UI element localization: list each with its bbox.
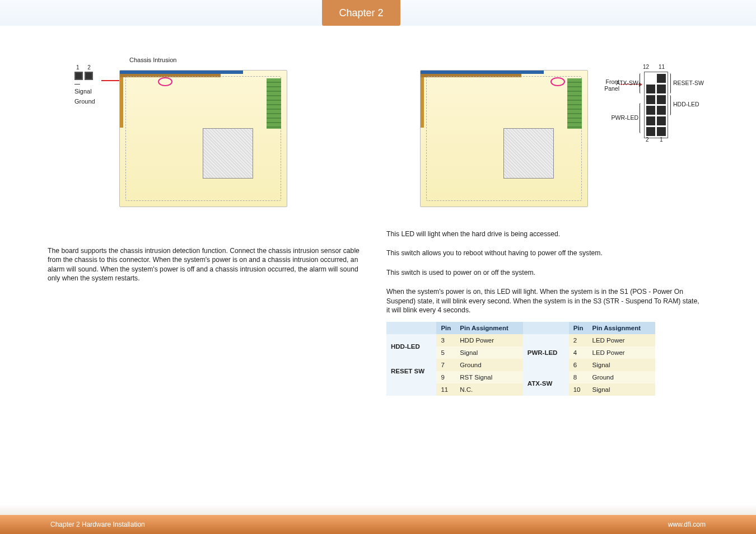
motherboard-diagram-left bbox=[119, 70, 287, 207]
cell: Signal bbox=[588, 359, 655, 371]
cell: RST Signal bbox=[455, 371, 522, 383]
grp-reset: RESET SW bbox=[386, 359, 436, 383]
chassis-pin-numbers: 1 2 bbox=[74, 64, 100, 71]
pin-assignment-table: Pin Pin Assignment Pin Pin Assignment HD… bbox=[386, 322, 655, 396]
cell: Signal bbox=[588, 383, 655, 396]
th-group-a bbox=[386, 322, 436, 334]
front-panel-header bbox=[644, 72, 668, 138]
cell: LED Power bbox=[588, 346, 655, 359]
fp-num-11: 11 bbox=[659, 64, 665, 70]
cell: 9 bbox=[436, 371, 455, 383]
fp-label-reset: RESET-SW bbox=[673, 79, 704, 86]
footer-url: www.dfi.com bbox=[668, 521, 706, 528]
chassis-pin1-label: Signal bbox=[74, 88, 100, 95]
grp-pwr: PWR-LED bbox=[523, 334, 569, 371]
cell: Ground bbox=[588, 371, 655, 383]
table-row: HDD-LED 3 HDD Power PWR-LED 2 LED Power bbox=[386, 334, 655, 346]
th-pin-a: Pin bbox=[436, 322, 455, 334]
th-pin-b: Pin bbox=[569, 322, 588, 334]
th-group-b bbox=[523, 322, 569, 334]
cell: Signal bbox=[455, 346, 522, 359]
chassis-pin-1 bbox=[74, 72, 83, 80]
cell: 10 bbox=[569, 383, 588, 396]
chassis-description: The board supports the chassis intrusion… bbox=[48, 246, 361, 283]
th-asg-a: Pin Assignment bbox=[455, 322, 522, 334]
chassis-callout-title: Chassis Intrusion bbox=[129, 57, 176, 63]
fp-num-1: 1 bbox=[660, 137, 663, 143]
chassis-pin-callout: 1 2 Signal Ground bbox=[74, 64, 100, 105]
table-row: RESET SW 7 Ground 6 Signal bbox=[386, 359, 655, 371]
cell: N.C. bbox=[455, 383, 522, 396]
grp-atx: ATX-SW bbox=[523, 371, 569, 396]
chassis-pin-2 bbox=[85, 72, 93, 80]
reset-sw-text: This switch allows you to reboot without… bbox=[386, 249, 700, 257]
cell: LED Power bbox=[588, 334, 655, 346]
fp-label-pwr: PWR-LED bbox=[610, 114, 638, 121]
footer-bar: Chapter 2 Hardware Installation www.dfi.… bbox=[0, 515, 756, 534]
cell: 4 bbox=[569, 346, 588, 359]
cell: 8 bbox=[569, 371, 588, 383]
cell: 2 bbox=[569, 334, 588, 346]
cell: 6 bbox=[569, 359, 588, 371]
cell: 5 bbox=[436, 346, 455, 359]
chassis-pin2-label: Ground bbox=[74, 98, 100, 105]
motherboard-diagram-right bbox=[420, 70, 588, 207]
fp-label-atx: ATX-SW bbox=[613, 79, 638, 86]
cell: HDD Power bbox=[455, 334, 522, 346]
pwr-led-text: When the system's power is on, this LED … bbox=[386, 287, 700, 315]
chapter-tab: Chapter 2 bbox=[322, 0, 400, 26]
atx-sw-text: This switch is used to power on or off t… bbox=[386, 268, 700, 277]
grp-hdd: HDD-LED bbox=[386, 334, 436, 359]
footer-left: Chapter 2 Hardware Installation bbox=[50, 521, 145, 528]
cell: 3 bbox=[436, 334, 455, 346]
hdd-led-text: This LED will light when the hard drive … bbox=[386, 229, 700, 238]
cell: 7 bbox=[436, 359, 455, 371]
cell: Ground bbox=[455, 359, 522, 371]
table-row: 11 N.C. 10 Signal bbox=[386, 383, 655, 396]
fp-label-hdd: HDD-LED bbox=[673, 101, 699, 107]
cell: 11 bbox=[436, 383, 455, 396]
fp-num-2: 2 bbox=[646, 137, 649, 143]
th-asg-b: Pin Assignment bbox=[588, 322, 655, 334]
grp-nc bbox=[386, 383, 436, 396]
fp-num-12: 12 bbox=[643, 64, 649, 70]
